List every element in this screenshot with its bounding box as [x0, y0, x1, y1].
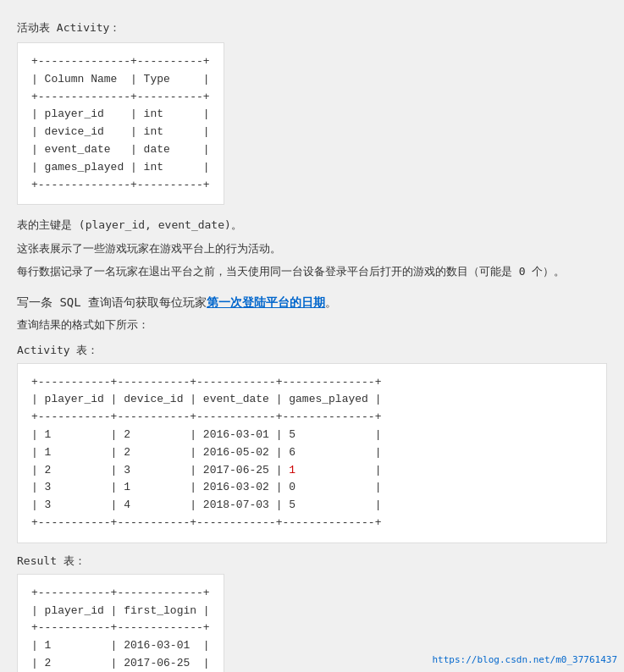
result-format-label: 查询结果的格式如下所示： — [17, 317, 607, 333]
result-example-table: +-----------+-------------+ | player_id … — [17, 574, 224, 672]
description-section: 表的主键是 (player_id, event_date)。 这张表展示了一些游… — [17, 215, 607, 281]
activity-label: 活动表 Activity： — [17, 20, 607, 36]
schema-table: +--------------+----------+ | Column Nam… — [17, 42, 224, 205]
desc-line3: 每行数据记录了一名玩家在退出平台之前，当天使用同一台设备登录平台后打开的游戏的数… — [17, 262, 607, 281]
question-suffix: 。 — [325, 295, 337, 309]
question-section: 写一条 SQL 查询语句获取每位玩家第一次登陆平台的日期。 查询结果的格式如下所… — [17, 295, 607, 333]
activity-example-table: +-----------+-----------+------------+--… — [17, 363, 607, 543]
desc-line1: 表的主键是 (player_id, event_date)。 — [17, 215, 607, 234]
question-text: 写一条 SQL 查询语句获取每位玩家第一次登陆平台的日期。 — [17, 295, 607, 311]
main-content: 活动表 Activity： +--------------+----------… — [14, 14, 610, 672]
result-example-label: Result 表： — [17, 554, 607, 569]
desc-line2: 这张表展示了一些游戏玩家在游戏平台上的行为活动。 — [17, 239, 607, 258]
activity-example-label: Activity 表： — [17, 343, 607, 358]
activity-example-section: Activity 表： +-----------+-----------+---… — [17, 343, 607, 543]
question-link[interactable]: 第一次登陆平台的日期 — [207, 295, 325, 309]
watermark: https://blog.csdn.net/m0_37761437 — [432, 654, 617, 665]
header-section: 活动表 Activity： +--------------+----------… — [17, 20, 607, 205]
question-prefix: 写一条 SQL 查询语句获取每位玩家 — [17, 295, 207, 309]
